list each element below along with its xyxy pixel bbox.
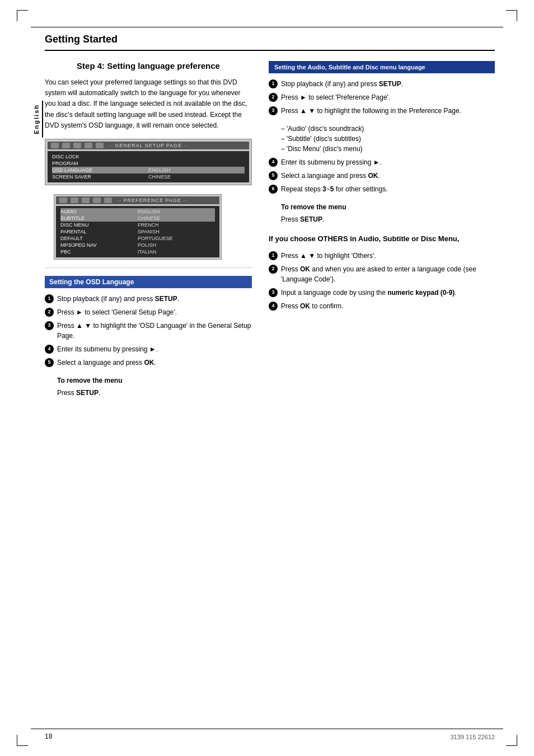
osd-step-2-badge: 2 bbox=[45, 308, 54, 317]
dvd-pref-discmenu: DISC MENU bbox=[60, 222, 138, 228]
others-step-4-badge: 4 bbox=[269, 302, 278, 311]
dvd-menu-row-3: OSD LANGUAGE ENGLISH bbox=[52, 167, 245, 173]
others-step-2: 2 Press OK and when you are asked to ent… bbox=[269, 264, 495, 284]
osd-step-5-badge: 5 bbox=[45, 358, 54, 367]
dvd-pref-audio-val: ENGLISH bbox=[138, 209, 215, 214]
audio-step-4-badge: 4 bbox=[269, 158, 278, 167]
audio-step-3-badge: 3 bbox=[269, 106, 278, 115]
dash-item-audio: 'Audio' (disc's soundtrack) bbox=[281, 124, 495, 134]
dvd-menu-general-body: DISC LOCK PROGRAM OSD LANGUAGE ENGLISH S… bbox=[48, 151, 249, 182]
audio-step-5-text: Select a language and press OK. bbox=[281, 171, 495, 181]
page-title: Getting Started bbox=[45, 34, 495, 51]
dvd-menu2-top-bar: ·· PREFERENCE PAGE ·· bbox=[56, 196, 219, 204]
osd-step-5: 5 Select a language and press OK. bbox=[45, 358, 252, 368]
dvd-icon-3 bbox=[73, 143, 81, 148]
dvd-menu-general: ·· GENERAL SETUP PAGE ·· DISC LOCK PROGR… bbox=[45, 139, 252, 185]
others-step-4: 4 Press OK to confirm. bbox=[269, 301, 495, 311]
others-step-2-badge: 2 bbox=[269, 265, 278, 274]
rule-bottom bbox=[31, 729, 503, 729]
osd-step-1: 1 Stop playback (if any) and press SETUP… bbox=[45, 294, 252, 304]
dvd-icon-1 bbox=[51, 143, 59, 148]
others-steps-list: 1 Press ▲ ▼ to highlight 'Others'. 2 Pre… bbox=[269, 251, 495, 311]
dvd-pref-default: DEFAULT bbox=[60, 236, 138, 241]
dvd-pref-pbc-val: ITALIAN bbox=[138, 249, 215, 255]
dvd-icon-5 bbox=[96, 143, 104, 148]
others-step-4-text: Press OK to confirm. bbox=[281, 301, 495, 311]
dvd-icon2-1 bbox=[59, 198, 67, 203]
dvd-icon-2 bbox=[62, 143, 70, 148]
osd-section-title: Setting the OSD Language bbox=[49, 278, 134, 286]
others-title: If you choose OTHERS in Audio, Subtitle … bbox=[269, 234, 495, 245]
side-tab: English bbox=[31, 101, 43, 138]
dvd-menu2-row-2: SUBTITLE CHINESE bbox=[60, 215, 215, 222]
dvd-menu-row-4: SCREEN SAVER CHINESE bbox=[52, 173, 245, 180]
content-columns: Step 4: Setting language preference You … bbox=[45, 61, 495, 405]
others-step-2-text: Press OK and when you are asked to enter… bbox=[281, 264, 495, 284]
audio-step-1-text: Stop playback (if any) and press SETUP. bbox=[281, 79, 495, 89]
right-column: Setting the Audio, Subtitle and Disc men… bbox=[269, 61, 495, 405]
osd-step-2: 2 Press ► to select 'General Setup Page'… bbox=[45, 307, 252, 317]
dash-item-subtitle: 'Subtitle' (disc's subtitles) bbox=[281, 134, 495, 144]
osd-remove-menu: To remove the menu Press SETUP. bbox=[57, 375, 252, 398]
audio-step-6: 6 Repeat steps 3~5 for other settings. bbox=[269, 184, 495, 194]
dvd-menu2-icons bbox=[59, 198, 112, 203]
dvd-menu2-row-3: DISC MENU FRENCH bbox=[60, 222, 215, 228]
dvd-icon2-2 bbox=[71, 198, 78, 203]
dvd-menu2-row-7: PBC ITALIAN bbox=[60, 248, 215, 255]
dvd-pref-subtitle: SUBTITLE bbox=[60, 215, 138, 221]
audio-step-3: 3 Press ▲ ▼ to highlight the following i… bbox=[269, 106, 495, 116]
dvd-menu-preference: ·· PREFERENCE PAGE ·· AUDIO ENGLISH SUBT… bbox=[54, 194, 222, 260]
others-step-3: 3 Input a language code by using the num… bbox=[269, 288, 495, 298]
dvd-pref-mp3: MP3/JPEG NAV bbox=[60, 242, 138, 248]
dvd-pref-discmenu-val: FRENCH bbox=[138, 222, 215, 228]
dvd-icon-4 bbox=[85, 143, 92, 148]
osd-step-3-badge: 3 bbox=[45, 321, 54, 330]
dvd-pref-audio: AUDIO bbox=[60, 209, 138, 214]
audio-step-5-badge: 5 bbox=[269, 171, 278, 180]
page-number: 18 bbox=[45, 732, 52, 740]
dvd-menu-top-bar: ·· GENERAL SETUP PAGE ·· bbox=[48, 142, 249, 149]
dvd-menu-item-2: PROGRAM bbox=[52, 161, 148, 166]
audio-step-2: 2 Press ► to select 'Preference Page'. bbox=[269, 92, 495, 102]
preference-dash-list: 'Audio' (disc's soundtrack) 'Subtitle' (… bbox=[281, 124, 495, 154]
others-step-1-text: Press ▲ ▼ to highlight 'Others'. bbox=[281, 251, 495, 261]
rule-top bbox=[31, 27, 503, 27]
audio-step-4: 4 Enter its submenu by pressing ►. bbox=[269, 157, 495, 167]
audio-section-header: Setting the Audio, Subtitle and Disc men… bbox=[269, 61, 495, 73]
dvd-menu2-body: AUDIO ENGLISH SUBTITLE CHINESE DISC MENU… bbox=[56, 206, 219, 257]
dvd-menu-item-4: SCREEN SAVER bbox=[52, 174, 148, 180]
others-section: If you choose OTHERS in Audio, Subtitle … bbox=[269, 234, 495, 311]
osd-steps-list: 1 Stop playback (if any) and press SETUP… bbox=[45, 294, 252, 368]
osd-step-1-badge: 1 bbox=[45, 294, 54, 303]
audio-step-1: 1 Stop playback (if any) and press SETUP… bbox=[269, 79, 495, 89]
dvd-menu2-label: ·· PREFERENCE PAGE ·· bbox=[118, 198, 187, 203]
audio-step-5: 5 Select a language and press OK. bbox=[269, 171, 495, 181]
audio-remove-title: To remove the menu bbox=[281, 202, 495, 212]
dvd-icon2-4 bbox=[93, 198, 101, 203]
left-column: Step 4: Setting language preference You … bbox=[45, 61, 252, 405]
dvd-pref-parental-val: SPANISH bbox=[138, 229, 215, 234]
dvd-menu-value-4: CHINESE bbox=[148, 174, 245, 180]
page: English Getting Started Step 4: Setting … bbox=[0, 0, 534, 756]
dvd-menu2-row-6: MP3/JPEG NAV POLISH bbox=[60, 242, 215, 248]
dvd-icon2-3 bbox=[82, 198, 90, 203]
osd-step-4: 4 Enter its submenu by pressing ►. bbox=[45, 344, 252, 354]
audio-step-1-badge: 1 bbox=[269, 79, 278, 88]
others-step-3-badge: 3 bbox=[269, 288, 278, 297]
osd-step-3-text: Press ▲ ▼ to highlight the 'OSD Language… bbox=[57, 321, 252, 341]
osd-step-3: 3 Press ▲ ▼ to highlight the 'OSD Langua… bbox=[45, 321, 252, 341]
audio-step-2-text: Press ► to select 'Preference Page'. bbox=[281, 92, 495, 102]
corner-mark-tl bbox=[17, 10, 28, 21]
osd-step-4-badge: 4 bbox=[45, 345, 54, 354]
dvd-menu-item-1: DISC LOCK bbox=[52, 154, 148, 159]
osd-step-4-text: Enter its submenu by pressing ►. bbox=[57, 344, 252, 354]
step-title: Step 4: Setting language preference bbox=[45, 61, 252, 71]
osd-step-5-text: Select a language and press OK. bbox=[57, 358, 252, 368]
dvd-menu-icons bbox=[51, 143, 104, 148]
osd-remove-text: Press SETUP. bbox=[57, 388, 252, 398]
dvd-menu-row-1: DISC LOCK bbox=[52, 153, 245, 160]
dvd-menu2-row-1: AUDIO ENGLISH bbox=[60, 208, 215, 215]
dvd-menu2-row-4: PARENTAL SPANISH bbox=[60, 228, 215, 235]
audio-step-2-badge: 2 bbox=[269, 93, 278, 102]
intro-text: You can select your preferred language s… bbox=[45, 77, 252, 131]
